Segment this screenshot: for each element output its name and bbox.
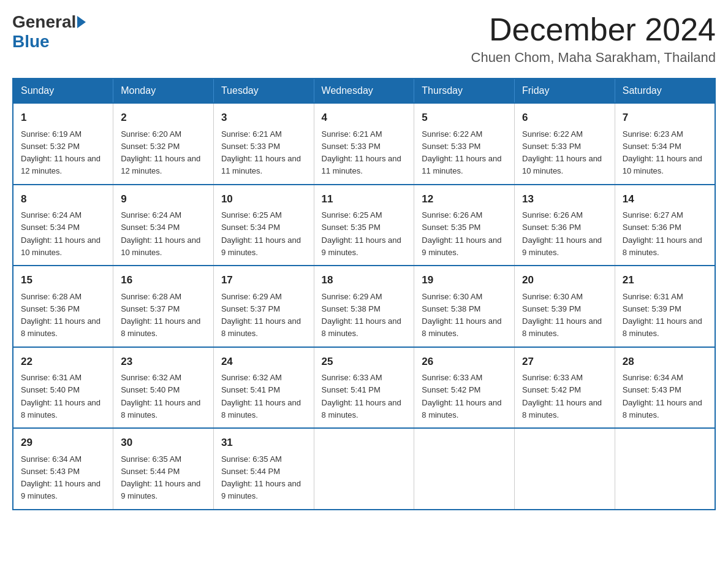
calendar-day-cell: 26 Sunrise: 6:33 AMSunset: 5:42 PMDaylig… [414,347,515,429]
logo-arrow-icon [77,16,86,28]
calendar-day-cell: 17 Sunrise: 6:29 AMSunset: 5:37 PMDaylig… [213,266,314,347]
day-number: 27 [522,354,607,370]
day-info: Sunrise: 6:22 AMSunset: 5:33 PMDaylight:… [522,129,602,176]
calendar-header-tuesday: Tuesday [213,79,314,103]
calendar-day-cell: 14 Sunrise: 6:27 AMSunset: 5:36 PMDaylig… [615,185,715,266]
day-info: Sunrise: 6:20 AMSunset: 5:32 PMDaylight:… [121,129,200,176]
day-number: 5 [422,110,507,126]
calendar-day-cell: 3 Sunrise: 6:21 AMSunset: 5:33 PMDayligh… [213,103,314,185]
logo-blue-text: Blue [12,32,50,52]
day-number: 19 [422,272,507,288]
day-info: Sunrise: 6:25 AMSunset: 5:34 PMDaylight:… [221,210,301,257]
calendar-day-cell: 11 Sunrise: 6:25 AMSunset: 5:35 PMDaylig… [314,185,414,266]
day-number: 21 [623,272,707,288]
day-info: Sunrise: 6:21 AMSunset: 5:33 PMDaylight:… [221,129,301,176]
page-header: General Blue December 2024 Chuen Chom, M… [12,12,716,66]
day-info: Sunrise: 6:24 AMSunset: 5:34 PMDaylight:… [121,210,200,257]
day-info: Sunrise: 6:35 AMSunset: 5:44 PMDaylight:… [121,454,200,501]
day-number: 1 [21,110,105,126]
day-number: 25 [322,354,407,370]
day-number: 26 [422,354,507,370]
calendar-day-cell: 28 Sunrise: 6:34 AMSunset: 5:43 PMDaylig… [615,347,715,429]
calendar-day-cell [615,428,715,510]
calendar-day-cell: 7 Sunrise: 6:23 AMSunset: 5:34 PMDayligh… [615,103,715,185]
calendar-header-wednesday: Wednesday [314,79,414,103]
calendar-day-cell: 10 Sunrise: 6:25 AMSunset: 5:34 PMDaylig… [213,185,314,266]
day-number: 22 [21,354,105,370]
day-info: Sunrise: 6:30 AMSunset: 5:39 PMDaylight:… [522,292,602,339]
calendar-day-cell: 30 Sunrise: 6:35 AMSunset: 5:44 PMDaylig… [113,428,214,510]
day-info: Sunrise: 6:34 AMSunset: 5:43 PMDaylight:… [21,454,100,501]
day-info: Sunrise: 6:21 AMSunset: 5:33 PMDaylight:… [322,129,401,176]
calendar-day-cell: 23 Sunrise: 6:32 AMSunset: 5:40 PMDaylig… [113,347,214,429]
calendar-day-cell [515,428,615,510]
calendar-day-cell: 19 Sunrise: 6:30 AMSunset: 5:38 PMDaylig… [414,266,515,347]
day-info: Sunrise: 6:32 AMSunset: 5:41 PMDaylight:… [221,373,301,419]
day-number: 30 [121,435,206,451]
calendar-header-sunday: Sunday [13,79,113,103]
day-number: 3 [221,110,306,126]
day-info: Sunrise: 6:31 AMSunset: 5:40 PMDaylight:… [21,373,100,419]
calendar-day-cell: 4 Sunrise: 6:21 AMSunset: 5:33 PMDayligh… [314,103,414,185]
calendar-week-row: 22 Sunrise: 6:31 AMSunset: 5:40 PMDaylig… [13,347,715,429]
day-info: Sunrise: 6:27 AMSunset: 5:36 PMDaylight:… [623,210,702,257]
calendar-day-cell: 25 Sunrise: 6:33 AMSunset: 5:41 PMDaylig… [314,347,414,429]
day-number: 23 [121,354,206,370]
calendar-day-cell: 12 Sunrise: 6:26 AMSunset: 5:35 PMDaylig… [414,185,515,266]
calendar-week-row: 1 Sunrise: 6:19 AMSunset: 5:32 PMDayligh… [13,103,715,185]
calendar-week-row: 29 Sunrise: 6:34 AMSunset: 5:43 PMDaylig… [13,428,715,510]
calendar-day-cell: 27 Sunrise: 6:33 AMSunset: 5:42 PMDaylig… [515,347,615,429]
calendar-header-friday: Friday [515,79,615,103]
day-info: Sunrise: 6:33 AMSunset: 5:42 PMDaylight:… [522,373,602,419]
calendar-week-row: 15 Sunrise: 6:28 AMSunset: 5:36 PMDaylig… [13,266,715,347]
day-number: 18 [322,272,407,288]
calendar-day-cell: 24 Sunrise: 6:32 AMSunset: 5:41 PMDaylig… [213,347,314,429]
day-info: Sunrise: 6:19 AMSunset: 5:32 PMDaylight:… [21,129,100,176]
calendar-day-cell: 18 Sunrise: 6:29 AMSunset: 5:38 PMDaylig… [314,266,414,347]
day-info: Sunrise: 6:26 AMSunset: 5:35 PMDaylight:… [422,210,501,257]
calendar-header-monday: Monday [113,79,214,103]
day-number: 6 [522,110,607,126]
calendar-day-cell: 6 Sunrise: 6:22 AMSunset: 5:33 PMDayligh… [515,103,615,185]
calendar-day-cell: 21 Sunrise: 6:31 AMSunset: 5:39 PMDaylig… [615,266,715,347]
calendar-header-thursday: Thursday [414,79,515,103]
day-number: 24 [221,354,306,370]
calendar-day-cell: 1 Sunrise: 6:19 AMSunset: 5:32 PMDayligh… [13,103,113,185]
calendar-header-row: SundayMondayTuesdayWednesdayThursdayFrid… [13,79,715,103]
day-info: Sunrise: 6:23 AMSunset: 5:34 PMDaylight:… [623,129,702,176]
day-info: Sunrise: 6:33 AMSunset: 5:42 PMDaylight:… [422,373,501,419]
calendar-day-cell: 22 Sunrise: 6:31 AMSunset: 5:40 PMDaylig… [13,347,113,429]
day-info: Sunrise: 6:28 AMSunset: 5:37 PMDaylight:… [121,292,200,339]
day-info: Sunrise: 6:31 AMSunset: 5:39 PMDaylight:… [623,292,702,339]
day-info: Sunrise: 6:29 AMSunset: 5:38 PMDaylight:… [322,292,401,339]
day-info: Sunrise: 6:25 AMSunset: 5:35 PMDaylight:… [322,210,401,257]
day-info: Sunrise: 6:33 AMSunset: 5:41 PMDaylight:… [322,373,401,419]
day-info: Sunrise: 6:29 AMSunset: 5:37 PMDaylight:… [221,292,301,339]
day-number: 17 [221,272,306,288]
day-number: 20 [522,272,607,288]
calendar-table: SundayMondayTuesdayWednesdayThursdayFrid… [12,78,716,510]
day-number: 8 [21,191,105,207]
day-number: 2 [121,110,206,126]
calendar-day-cell: 2 Sunrise: 6:20 AMSunset: 5:32 PMDayligh… [113,103,214,185]
calendar-header-saturday: Saturday [615,79,715,103]
day-info: Sunrise: 6:26 AMSunset: 5:36 PMDaylight:… [522,210,602,257]
day-number: 14 [623,191,707,207]
day-number: 10 [221,191,306,207]
month-title: December 2024 [471,12,716,47]
calendar-day-cell: 8 Sunrise: 6:24 AMSunset: 5:34 PMDayligh… [13,185,113,266]
day-number: 29 [21,435,105,451]
calendar-day-cell [414,428,515,510]
day-number: 13 [522,191,607,207]
day-number: 28 [623,354,707,370]
day-number: 7 [623,110,707,126]
calendar-day-cell: 9 Sunrise: 6:24 AMSunset: 5:34 PMDayligh… [113,185,214,266]
day-number: 16 [121,272,206,288]
day-info: Sunrise: 6:35 AMSunset: 5:44 PMDaylight:… [221,454,301,501]
day-number: 12 [422,191,507,207]
day-info: Sunrise: 6:32 AMSunset: 5:40 PMDaylight:… [121,373,200,419]
day-info: Sunrise: 6:28 AMSunset: 5:36 PMDaylight:… [21,292,100,339]
day-info: Sunrise: 6:22 AMSunset: 5:33 PMDaylight:… [422,129,501,176]
day-info: Sunrise: 6:30 AMSunset: 5:38 PMDaylight:… [422,292,501,339]
calendar-day-cell: 29 Sunrise: 6:34 AMSunset: 5:43 PMDaylig… [13,428,113,510]
